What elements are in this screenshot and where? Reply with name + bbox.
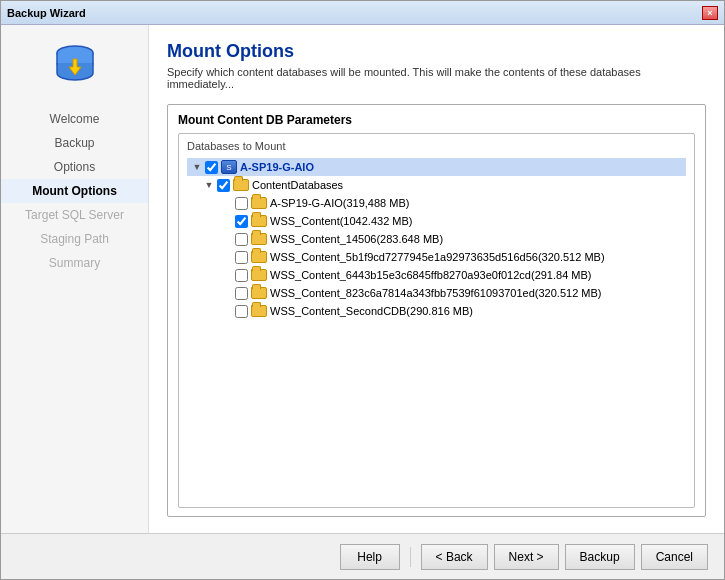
folder-icon-item-5	[251, 286, 267, 300]
folder-icon-contentdb	[233, 178, 249, 192]
sidebar-nav: Welcome Backup Options Mount Options Tar…	[1, 107, 148, 275]
tree-toggle-contentdb[interactable]: ▼	[203, 179, 215, 191]
tree-node-item-2: ▶ WSS_Content_14506(283.648 MB)	[187, 230, 686, 248]
tree-label-contentdb: ContentDatabases	[252, 179, 343, 191]
sidebar-item-options[interactable]: Options	[1, 155, 148, 179]
page-title: Mount Options	[167, 41, 706, 62]
tree-node-item-6: ▶ WSS_Content_SecondCDB(290.816 MB)	[187, 302, 686, 320]
tree-toggle-root[interactable]: ▼	[191, 161, 203, 173]
tree-label-item-0: A-SP19-G-AIO(319,488 MB)	[270, 197, 409, 209]
back-button[interactable]: < Back	[421, 544, 488, 570]
folder-icon-item-4	[251, 268, 267, 282]
sidebar-item-staging-path: Staging Path	[1, 227, 148, 251]
subsection-title: Databases to Mount	[187, 140, 686, 152]
sidebar-item-summary: Summary	[1, 251, 148, 275]
tree-checkbox-item-2[interactable]	[235, 233, 248, 246]
wizard-icon	[45, 35, 105, 95]
cancel-button[interactable]: Cancel	[641, 544, 708, 570]
folder-icon-item-3	[251, 250, 267, 264]
tree-node-root: ▼ S A-SP19-G-AIO	[187, 158, 686, 176]
folder-icon-item-2	[251, 232, 267, 246]
backup-wizard-window: Backup Wizard × Welcome Backup Options M…	[0, 0, 725, 580]
tree-node-item-0: ▶ A-SP19-G-AIO(319,488 MB)	[187, 194, 686, 212]
sidebar-item-target-sql: Target SQL Server	[1, 203, 148, 227]
tree-label-item-4: WSS_Content_6443b15e3c6845ffb8270a93e0f0…	[270, 269, 592, 281]
footer: Help < Back Next > Backup Cancel	[1, 533, 724, 579]
tree-checkbox-root[interactable]	[205, 161, 218, 174]
server-icon: S	[221, 160, 237, 174]
tree-area: ▼ S A-SP19-G-AIO ▼	[187, 158, 686, 438]
page-subtitle: Specify which content databases will be …	[167, 66, 706, 90]
tree-node-item-5: ▶ WSS_Content_823c6a7814a343fbb7539f6109…	[187, 284, 686, 302]
sidebar-item-backup[interactable]: Backup	[1, 131, 148, 155]
sidebar-item-welcome[interactable]: Welcome	[1, 107, 148, 131]
folder-icon-item-0	[251, 196, 267, 210]
tree-checkbox-item-0[interactable]	[235, 197, 248, 210]
tree-label-item-6: WSS_Content_SecondCDB(290.816 MB)	[270, 305, 473, 317]
tree-label-item-2: WSS_Content_14506(283.648 MB)	[270, 233, 443, 245]
tree-label-item-5: WSS_Content_823c6a7814a343fbb7539f610937…	[270, 287, 602, 299]
folder-icon-item-1	[251, 214, 267, 228]
folder-icon-item-6	[251, 304, 267, 318]
tree-label-item-3: WSS_Content_5b1f9cd7277945e1a92973635d51…	[270, 251, 605, 263]
close-button[interactable]: ×	[702, 6, 718, 20]
tree-node-item-1: ▶ WSS_Content(1042.432 MB)	[187, 212, 686, 230]
help-button[interactable]: Help	[340, 544, 400, 570]
tree-node-item-4: ▶ WSS_Content_6443b15e3c6845ffb8270a93e0…	[187, 266, 686, 284]
tree-node-item-3: ▶ WSS_Content_5b1f9cd7277945e1a92973635d…	[187, 248, 686, 266]
backup-button[interactable]: Backup	[565, 544, 635, 570]
tree-checkbox-contentdb[interactable]	[217, 179, 230, 192]
tree-node-contentdb: ▼ ContentDatabases	[187, 176, 686, 194]
section-box: Mount Content DB Parameters Databases to…	[167, 104, 706, 517]
tree-label-item-1: WSS_Content(1042.432 MB)	[270, 215, 412, 227]
footer-separator	[410, 547, 411, 567]
tree-checkbox-item-4[interactable]	[235, 269, 248, 282]
tree-checkbox-item-5[interactable]	[235, 287, 248, 300]
tree-checkbox-item-6[interactable]	[235, 305, 248, 318]
window-title: Backup Wizard	[7, 7, 86, 19]
tree-label-root: A-SP19-G-AIO	[240, 161, 314, 173]
sidebar: Welcome Backup Options Mount Options Tar…	[1, 25, 149, 533]
subsection: Databases to Mount ▼ S A-SP19-G-AIO	[178, 133, 695, 508]
main-content: Welcome Backup Options Mount Options Tar…	[1, 25, 724, 533]
tree-checkbox-item-1[interactable]	[235, 215, 248, 228]
section-title: Mount Content DB Parameters	[178, 113, 695, 127]
content-area: Mount Options Specify which content data…	[149, 25, 724, 533]
sidebar-item-mount-options[interactable]: Mount Options	[1, 179, 148, 203]
title-bar: Backup Wizard ×	[1, 1, 724, 25]
next-button[interactable]: Next >	[494, 544, 559, 570]
tree-checkbox-item-3[interactable]	[235, 251, 248, 264]
